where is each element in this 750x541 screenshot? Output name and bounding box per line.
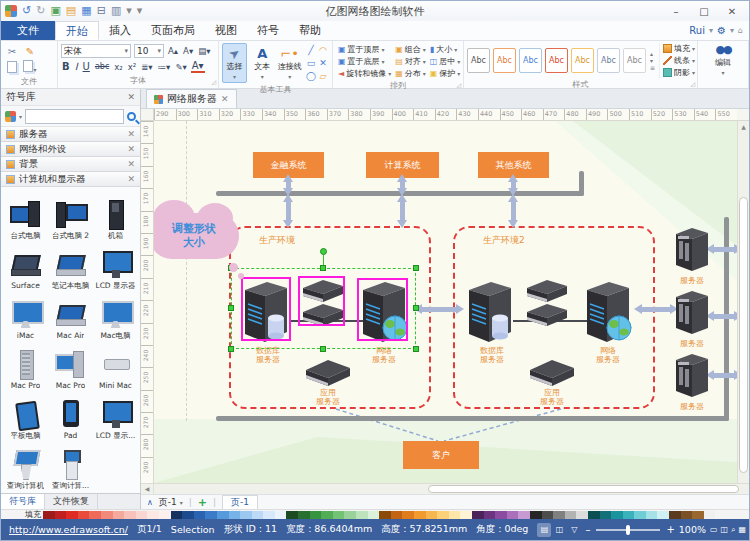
color-swatch[interactable] bbox=[379, 511, 391, 519]
selection-handle[interactable] bbox=[228, 346, 234, 352]
color-swatch[interactable] bbox=[669, 511, 681, 519]
server-shape[interactable]: 服务器 bbox=[673, 225, 711, 285]
paste-special-icon[interactable]: ▾ bbox=[23, 60, 36, 75]
color-swatch[interactable] bbox=[634, 511, 646, 519]
color-swatch[interactable] bbox=[159, 511, 171, 519]
page-list-dropdown[interactable]: 页-1 ▾ bbox=[159, 496, 183, 509]
color-swatch[interactable] bbox=[286, 511, 298, 519]
network-bus-top-elbow[interactable] bbox=[579, 171, 584, 196]
network-server-shape[interactable] bbox=[583, 278, 635, 347]
color-swatch[interactable] bbox=[124, 511, 136, 519]
color-swatch[interactable] bbox=[692, 511, 704, 519]
shape-tool-icon[interactable]: ◯ bbox=[306, 71, 316, 81]
fit-view-button[interactable]: ⌕ bbox=[731, 525, 735, 535]
color-swatch[interactable] bbox=[321, 511, 333, 519]
arrange-button[interactable]: ▤ 对齐 ▾ bbox=[395, 56, 426, 67]
collapse-pagebar-icon[interactable]: ∧ bbox=[147, 498, 153, 507]
qat-icon[interactable]: ▾ bbox=[126, 5, 132, 17]
color-swatch[interactable] bbox=[171, 511, 183, 519]
symbol-item[interactable]: 笔记本电脑 bbox=[48, 241, 93, 291]
arrange-button[interactable]: ▦ 分布 ▾ bbox=[395, 68, 426, 79]
paste-icon[interactable] bbox=[7, 61, 17, 73]
fill-button[interactable]: 填充▾ bbox=[663, 43, 695, 54]
color-swatch[interactable] bbox=[518, 511, 530, 519]
vertical-scrollbar[interactable]: ▲ bbox=[737, 121, 749, 483]
zoom-out-button[interactable]: – bbox=[585, 525, 590, 535]
qat-icon[interactable]: ▤ bbox=[66, 5, 76, 17]
color-swatch[interactable] bbox=[484, 511, 496, 519]
qat-icon[interactable]: ↺ bbox=[22, 5, 31, 17]
color-swatch[interactable] bbox=[507, 511, 519, 519]
color-swatch[interactable] bbox=[182, 511, 194, 519]
server-shape[interactable]: 服务器 bbox=[673, 351, 711, 411]
qat-icon[interactable]: ▥ bbox=[111, 5, 121, 17]
server-shape[interactable]: 服务器 bbox=[673, 288, 711, 348]
connector-tool-button[interactable]: ⌐• 连接线 ▾ bbox=[277, 43, 302, 83]
align-menu-button[interactable]: ▤▾ bbox=[197, 46, 211, 56]
view-mode-button[interactable]: ▽ bbox=[567, 523, 581, 537]
view-mode-button[interactable]: ◫ bbox=[552, 523, 566, 537]
font-format-button[interactable]: x₂ bbox=[113, 62, 123, 72]
ribbon-tab[interactable]: 视图 bbox=[205, 21, 247, 40]
drawing-canvas[interactable]: 1401501601701801902002102202302402502602… bbox=[141, 121, 749, 483]
color-swatch[interactable] bbox=[530, 511, 542, 519]
color-swatch[interactable] bbox=[194, 511, 206, 519]
dialog-launcher-icon[interactable]: ◿ bbox=[690, 79, 695, 89]
font-format-button[interactable]: U bbox=[82, 61, 91, 72]
connector-arrow[interactable] bbox=[400, 181, 405, 189]
edraw-link[interactable]: http://www.edrawsoft.cn/ bbox=[9, 524, 128, 535]
dialog-launcher-icon[interactable]: ◿ bbox=[211, 77, 216, 87]
style-sample[interactable]: Abc bbox=[623, 48, 646, 73]
switch-stack-shape[interactable] bbox=[525, 278, 569, 333]
color-swatch[interactable] bbox=[78, 511, 90, 519]
color-swatch[interactable] bbox=[472, 511, 484, 519]
color-swatch[interactable] bbox=[89, 511, 101, 519]
close-button[interactable]: ✕ bbox=[719, 6, 745, 17]
zoom-in-button[interactable]: + bbox=[666, 525, 674, 535]
color-swatch[interactable] bbox=[368, 511, 380, 519]
color-swatch[interactable] bbox=[66, 511, 78, 519]
color-swatch[interactable] bbox=[576, 511, 588, 519]
shape-tool-icon[interactable]: ▭ bbox=[307, 58, 316, 68]
style-sample[interactable]: Abc bbox=[571, 48, 594, 73]
style-sample[interactable]: Abc bbox=[597, 48, 620, 73]
color-swatch[interactable] bbox=[55, 511, 67, 519]
tab-file[interactable]: 文件 bbox=[1, 21, 55, 40]
arrange-button[interactable]: ▣ 保护 ▾ bbox=[430, 68, 461, 79]
vertical-scroll-thumb[interactable] bbox=[739, 197, 748, 473]
section-close-icon[interactable]: ✕ bbox=[127, 159, 135, 169]
symbol-item[interactable]: 查询计算机 bbox=[3, 441, 48, 491]
network-bus-bottom[interactable] bbox=[216, 416, 729, 421]
dialog-launcher-icon[interactable]: ◿ bbox=[456, 80, 461, 90]
connector-arrow[interactable] bbox=[713, 314, 735, 319]
arrange-button[interactable]: ▮ 大小 ▾ bbox=[430, 44, 461, 55]
color-swatch[interactable] bbox=[449, 511, 461, 519]
arrange-button[interactable]: ◄ 旋转和镜像 ▾ bbox=[338, 68, 391, 79]
connector-arrow[interactable] bbox=[286, 181, 291, 189]
gallery-scroll-button[interactable]: ≡ bbox=[650, 64, 655, 71]
ribbon-tab[interactable]: 页面布局 bbox=[141, 21, 205, 40]
color-swatch[interactable] bbox=[298, 511, 310, 519]
symbol-item[interactable]: 台式电脑 bbox=[3, 191, 48, 241]
color-swatch[interactable] bbox=[437, 511, 449, 519]
color-swatch[interactable] bbox=[681, 511, 693, 519]
panel-close-icon[interactable]: ✕ bbox=[127, 92, 135, 102]
selection-handle[interactable] bbox=[413, 305, 419, 311]
minimize-button[interactable]: – bbox=[663, 6, 689, 17]
user-caret-icon[interactable]: ▾ bbox=[709, 21, 713, 41]
connector-arrow[interactable] bbox=[286, 201, 291, 221]
node-customer[interactable]: 客户 bbox=[403, 441, 479, 469]
gear-icon[interactable]: ⚙ bbox=[717, 21, 726, 41]
color-swatch[interactable] bbox=[205, 511, 217, 519]
collapse-ribbon-icon[interactable]: ⌂ bbox=[738, 21, 743, 41]
symbol-item[interactable]: Mini Mac bbox=[93, 341, 138, 391]
shrink-font-button[interactable]: A▾ bbox=[182, 46, 194, 56]
ribbon-tab[interactable]: 帮助 bbox=[289, 21, 331, 40]
library-menu-caret-icon[interactable]: ▾ bbox=[19, 113, 22, 120]
qat-icon[interactable]: ↻ bbox=[36, 5, 45, 17]
gear-caret-icon[interactable]: ▾ bbox=[730, 21, 734, 41]
selection-handle[interactable] bbox=[413, 265, 419, 271]
color-swatch[interactable] bbox=[310, 511, 322, 519]
selection-handle[interactable] bbox=[320, 346, 326, 352]
shadow-button[interactable]: 阴影▾ bbox=[663, 67, 695, 78]
